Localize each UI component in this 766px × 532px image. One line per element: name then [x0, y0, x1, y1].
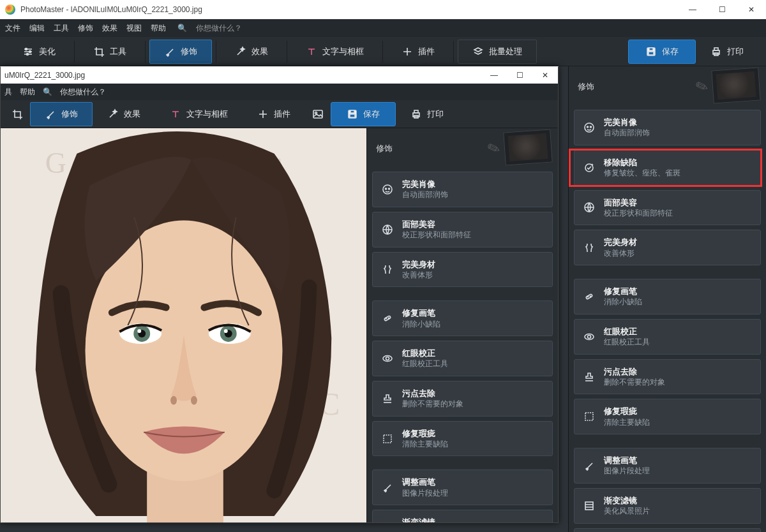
card-title: 修复瑕疵: [402, 428, 448, 440]
card-subtitle: 校正形状和面部特征: [402, 230, 471, 240]
rect-icon: [582, 411, 596, 422]
window-minimize-button[interactable]: —: [678, 0, 707, 19]
canvas-area[interactable]: uM0IrQ_2221_3000.jpg — ☐ ✕ 具 帮助 🔍 你想做什么？…: [0, 66, 568, 532]
card-title: 调整画笔: [402, 477, 448, 488]
nested-tool-text[interactable]: 文字与相框: [155, 102, 243, 126]
tool-effects[interactable]: 效果: [220, 40, 283, 64]
nested-menu-tool[interactable]: 具: [4, 87, 12, 98]
card-eye[interactable]: 红眼校正红眼校正工具: [574, 319, 761, 355]
card-defect[interactable]: 移除缺陷修复皱纹、痤疮、雀斑: [574, 150, 761, 186]
face-icon: [582, 122, 596, 133]
tool-text[interactable]: 文字与相框: [291, 40, 379, 64]
card-patch[interactable]: 修复画笔消除小缺陷: [372, 300, 553, 336]
card-title: 完美肖像: [402, 179, 448, 190]
card-subtitle: 自动面部润饰: [402, 190, 448, 200]
print-button[interactable]: 打印: [696, 40, 758, 64]
card-title: 完美身材: [604, 237, 637, 248]
card-eye[interactable]: 红眼校正红眼校正工具: [372, 341, 553, 376]
nested-card-list: 完美肖像自动面部润饰面部美容校正形状和面部特征完美身材改善体形修复画笔消除小缺陷…: [367, 169, 558, 522]
tool-retouch[interactable]: 修饰: [149, 40, 212, 64]
nested-menu-help[interactable]: 帮助: [20, 87, 35, 98]
card-brush[interactable]: 调整画笔图像片段处理: [574, 448, 761, 484]
tool-plugins[interactable]: 插件: [387, 40, 449, 64]
nested-close-button[interactable]: ✕: [532, 67, 558, 84]
nested-print-button[interactable]: 打印: [396, 102, 458, 126]
card-globe[interactable]: 面部美容校正形状和面部特征: [372, 212, 553, 248]
tool-batch[interactable]: 批量处理: [458, 40, 537, 64]
card-face[interactable]: 完美肖像自动面部润饰: [372, 172, 553, 207]
grad-icon: [380, 522, 394, 522]
search-icon: 🔍: [177, 24, 187, 33]
card-title: 修复画笔: [604, 286, 642, 297]
menu-effects[interactable]: 效果: [102, 23, 117, 34]
card-rect[interactable]: 修复瑕疵清除主要缺陷: [574, 399, 761, 434]
nested-window: uM0IrQ_2221_3000.jpg — ☐ ✕ 具 帮助 🔍 你想做什么？…: [0, 66, 559, 523]
save-button[interactable]: 保存: [628, 40, 696, 64]
tool-beautify[interactable]: 美化: [8, 40, 70, 64]
stamp-icon: [582, 371, 596, 383]
card-title: 渐变滤镜: [402, 517, 448, 522]
card-title: 面部美容: [402, 219, 471, 230]
card-body[interactable]: 完美身材改善体形: [574, 230, 761, 265]
card-subtitle: 图像片段处理: [402, 489, 448, 499]
card-subtitle: 改善体形: [402, 270, 435, 281]
svg-text:G: G: [45, 147, 66, 179]
main-toolbar: 美化 工具 修饰 效果 文字与相框 插件 批量处理 保存 打印: [0, 37, 766, 66]
card-rect[interactable]: 修复瑕疵清除主要缺陷: [372, 421, 553, 457]
nested-toolbar: 修饰 效果 文字与相框 插件 保存 打印: [1, 100, 558, 128]
nested-tool-retouch[interactable]: 修饰: [30, 102, 93, 126]
card-radial[interactable]: 径向滤镜在对象上创建强化: [574, 528, 761, 532]
card-patch[interactable]: 修复画笔消除小缺陷: [574, 279, 761, 314]
card-grad[interactable]: 渐变滤镜美化风景照片: [372, 510, 553, 522]
card-face[interactable]: 完美肖像自动面部润饰: [574, 110, 761, 145]
body-icon: [380, 263, 394, 275]
menu-retouch[interactable]: 修饰: [78, 23, 93, 34]
card-stamp[interactable]: 污点去除删除不需要的对象: [372, 381, 553, 417]
window-close-button[interactable]: ✕: [737, 0, 766, 19]
card-subtitle: 改善体形: [604, 249, 637, 259]
window-maximize-button[interactable]: ☐: [707, 0, 737, 19]
nested-minimize-button[interactable]: —: [481, 67, 507, 84]
card-subtitle: 图像片段处理: [604, 466, 650, 477]
app-logo-icon: [5, 4, 15, 15]
menu-help[interactable]: 帮助: [151, 23, 166, 34]
patch-icon: [380, 313, 394, 324]
card-brush[interactable]: 调整画笔图像片段处理: [372, 469, 553, 505]
card-globe[interactable]: 面部美容校正形状和面部特征: [574, 190, 761, 226]
card-subtitle: 红眼校正工具: [402, 359, 448, 369]
menubar: 文件 编辑 工具 修饰 效果 视图 帮助 🔍 你想做什么？: [0, 19, 766, 37]
nested-panel-header: 修饰 ✎: [367, 128, 558, 169]
card-title: 污点去除: [402, 388, 463, 399]
stamp-icon: [380, 393, 394, 404]
nested-tool-plugins[interactable]: 插件: [243, 102, 305, 126]
nested-tool-effects[interactable]: 效果: [93, 102, 155, 126]
card-stamp[interactable]: 污点去除删除不需要的对象: [574, 359, 761, 395]
menu-tools[interactable]: 工具: [54, 23, 69, 34]
nested-save-button[interactable]: 保存: [331, 102, 396, 126]
card-subtitle: 红眼校正工具: [604, 337, 650, 348]
menu-search-input[interactable]: 你想做什么？: [196, 23, 242, 34]
nested-canvas[interactable]: G C C: [1, 128, 366, 522]
card-body[interactable]: 完美身材改善体形: [372, 252, 553, 288]
menu-file[interactable]: 文件: [5, 23, 20, 34]
thumbnail-preview: [711, 67, 760, 103]
card-title: 渐变滤镜: [604, 495, 650, 506]
tool-tools[interactable]: 工具: [79, 40, 141, 64]
titlebar: PhotoMaster - lADONlLuIM0LuM0IrQ_2221_30…: [0, 0, 766, 19]
eye-icon: [380, 353, 394, 364]
nested-search-input[interactable]: 你想做什么？: [60, 87, 106, 98]
menu-view[interactable]: 视图: [126, 23, 142, 34]
nested-titlebar: uM0IrQ_2221_3000.jpg — ☐ ✕: [1, 67, 558, 84]
svg-point-39: [191, 396, 197, 405]
brush-decoration-icon: ✎: [485, 138, 503, 159]
card-title: 移除缺陷: [604, 157, 680, 168]
nested-tool-first[interactable]: [4, 102, 30, 126]
menu-edit[interactable]: 编辑: [29, 23, 45, 34]
card-grad[interactable]: 渐变滤镜美化风景照片: [574, 488, 761, 524]
thumbnail-preview: [503, 129, 552, 165]
card-list: 完美肖像自动面部润饰移除缺陷修复皱纹、痤疮、雀斑面部美容校正形状和面部特征完美身…: [569, 107, 766, 532]
nested-tool-picture[interactable]: [305, 102, 331, 126]
card-title: 面部美容: [604, 197, 673, 209]
nested-maximize-button[interactable]: ☐: [507, 67, 532, 84]
search-icon: 🔍: [43, 87, 52, 96]
